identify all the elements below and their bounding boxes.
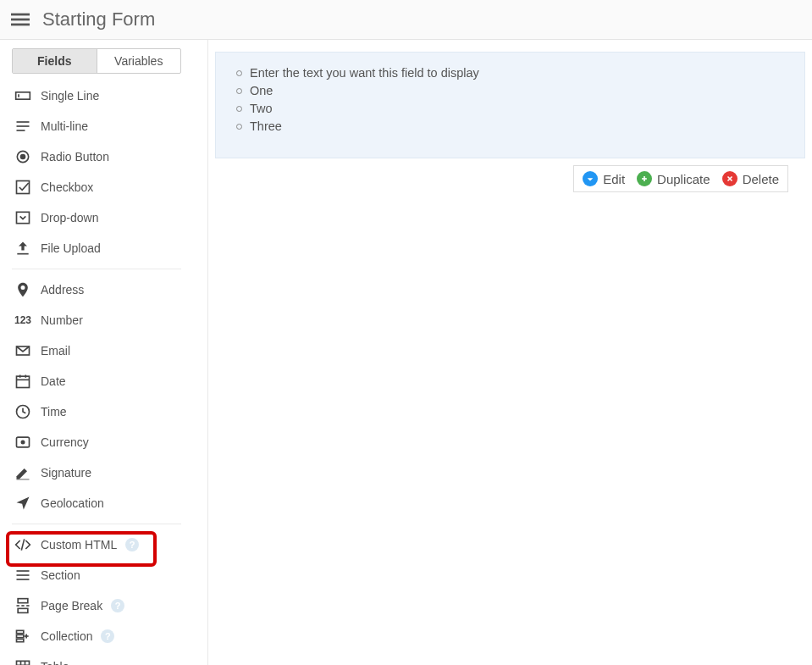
field-date[interactable]: Date [12,366,196,396]
field-label: Email [41,344,70,357]
field-label: Date [41,374,66,388]
field-email[interactable]: Email [12,335,196,366]
field-address[interactable]: Address [12,274,196,305]
svg-rect-14 [17,376,30,387]
tab-variables[interactable]: Variables [97,49,181,73]
content-line: Three [231,118,789,136]
svg-rect-26 [18,599,28,603]
separator [12,524,181,524]
field-collection[interactable]: Collection ? [12,621,196,651]
svg-rect-0 [11,14,30,16]
svg-line-22 [21,539,24,550]
field-section[interactable]: Section [12,560,196,590]
field-multi-line[interactable]: Multi-line [12,111,196,141]
field-label: File Upload [41,241,101,255]
location-arrow-icon [14,494,32,513]
calendar-icon [14,372,32,391]
action-label: Duplicate [657,172,710,186]
action-label: Edit [603,172,625,186]
svg-rect-12 [17,253,28,255]
edit-button[interactable]: Edit [583,171,625,186]
field-time[interactable]: Time [12,396,196,427]
svg-rect-21 [17,479,30,480]
field-custom-html[interactable]: Custom HTML ? [12,529,196,560]
svg-point-20 [21,441,25,445]
table-icon [14,657,32,665]
svg-rect-27 [18,608,28,612]
field-label: Drop-down [41,211,98,224]
field-number[interactable]: 123 Number [12,305,196,335]
hamburger-icon[interactable] [10,9,30,30]
sidebar-tabs: Fields Variables [12,48,181,74]
field-currency[interactable]: Currency [12,427,196,457]
field-label: Collection [41,629,92,643]
field-label: Number [41,313,83,327]
help-icon[interactable]: ? [111,599,124,612]
field-label: Custom HTML [41,538,117,551]
svg-rect-3 [16,92,30,99]
help-icon[interactable]: ? [125,538,139,551]
duplicate-button[interactable]: Duplicate [637,171,710,186]
collection-icon [14,627,32,646]
svg-rect-36 [17,661,30,665]
field-file-upload[interactable]: File Upload [12,233,196,263]
field-label: Single Line [41,89,99,103]
tab-fields[interactable]: Fields [13,49,97,73]
field-page-break[interactable]: Page Break ? [12,590,196,621]
svg-rect-11 [17,212,30,223]
svg-rect-10 [17,181,30,194]
field-geolocation[interactable]: Geolocation [12,488,196,518]
number-icon: 123 [14,311,32,330]
field-single-line[interactable]: Single Line [12,80,196,111]
field-label: Currency [41,435,89,449]
separator [12,269,181,269]
page-break-icon [14,596,32,615]
email-icon [14,341,32,360]
field-label: Checkbox [41,180,93,194]
help-icon[interactable]: ? [101,629,114,643]
topbar: Starting Form [0,0,812,40]
field-list: Single Line Multi-line Radio Button Chec… [12,80,196,665]
upload-icon [14,239,32,258]
field-action-bar: Edit Duplicate Delete [573,165,788,192]
multi-line-icon [14,117,32,136]
pencil-icon [14,463,32,482]
svg-rect-2 [11,24,30,26]
pin-icon [14,280,32,299]
canvas: Enter the text you want this field to di… [208,40,812,665]
content-line: One [231,82,789,100]
svg-rect-32 [17,635,24,637]
page-title: Starting Form [42,8,155,30]
field-label: Time [41,405,67,418]
field-label: Table [41,660,69,665]
currency-icon [14,433,32,452]
dropdown-icon [14,208,32,227]
field-label: Geolocation [41,496,104,510]
field-label: Radio Button [41,150,109,163]
field-label: Section [41,568,80,582]
svg-rect-31 [17,630,24,633]
custom-html-field-block[interactable]: Enter the text you want this field to di… [215,52,805,158]
svg-rect-1 [11,19,30,21]
field-label: Page Break [41,599,102,612]
field-signature[interactable]: Signature [12,457,196,488]
close-icon [722,171,737,186]
delete-button[interactable]: Delete [722,171,779,186]
clock-icon [14,402,32,421]
section-icon [14,566,32,585]
svg-rect-33 [17,639,24,641]
sidebar: Fields Variables Single Line Multi-line … [0,40,208,665]
field-checkbox[interactable]: Checkbox [12,172,196,202]
field-label: Address [41,283,84,296]
field-label: Multi-line [41,119,88,133]
checkbox-icon [14,178,32,197]
field-radio-button[interactable]: Radio Button [12,141,196,172]
content-line: Two [231,100,789,118]
field-drop-down[interactable]: Drop-down [12,202,196,233]
field-table[interactable]: Table [12,651,196,665]
radio-icon [14,147,32,166]
content-line: Enter the text you want this field to di… [231,64,789,82]
arrow-down-icon [583,171,598,186]
field-label: Signature [41,466,91,479]
field-content-list: Enter the text you want this field to di… [231,64,789,136]
